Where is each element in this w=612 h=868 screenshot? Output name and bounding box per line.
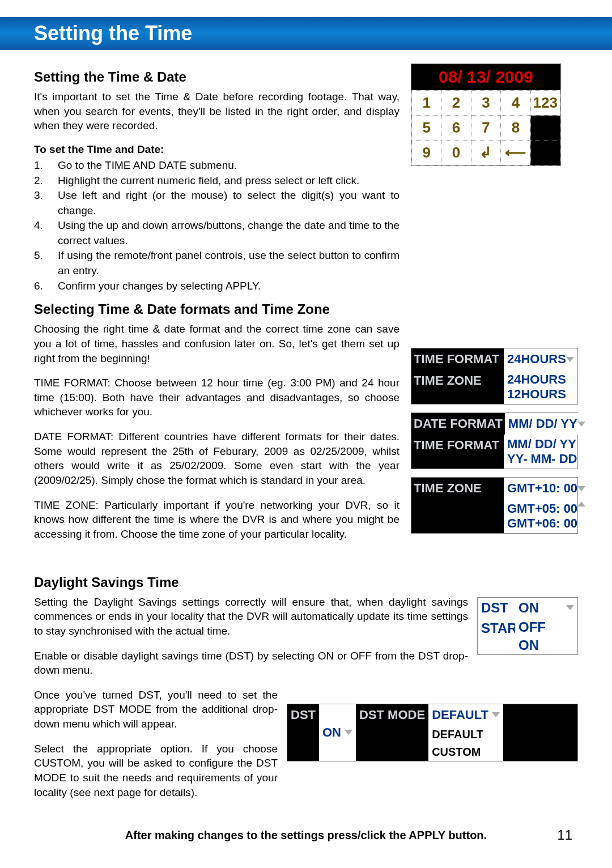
step-item: If using the remote/front panel controls… [58, 248, 400, 278]
chevron-down-icon [345, 730, 352, 735]
menu-options: GMT+05: 00 GMT+06: 00 [504, 499, 577, 533]
chevron-down-icon [492, 712, 500, 717]
step-item: Highlight the current numeric field, and… [58, 173, 359, 189]
menu-option: DEFAULT [428, 726, 503, 743]
keypad-key: 6 [441, 116, 471, 141]
menu-label: DST MODE [356, 704, 428, 761]
body-paragraph: Setting the Daylight Savings settings co… [34, 595, 468, 639]
menu-label: TIME FORMAT [411, 435, 504, 469]
menu-value: ON [319, 704, 356, 761]
keypad-key: 3 [471, 91, 500, 116]
body-paragraph: TIME ZONE: Particularly important if you… [34, 498, 400, 542]
body-paragraph: Enable or disable daylight savings time … [34, 649, 468, 678]
menu-label: DST [478, 598, 515, 618]
menu-option: YY- MM- DD [507, 452, 574, 466]
keypad-blank [530, 141, 560, 165]
chevron-down-icon [566, 357, 574, 362]
chevron-down-icon [577, 422, 585, 427]
keypad-figure: 08/ 13/ 2009 1 2 3 4 123 5 6 7 8 [411, 63, 561, 166]
menu-label: DST [287, 704, 319, 761]
keypad-blank [530, 116, 560, 141]
keypad-key: 0 [441, 141, 471, 165]
menu-options: MM/ DD/ YY YY- MM- DD [504, 435, 577, 469]
menu-value: ON [515, 598, 577, 618]
menu-option: MM/ DD/ YY [507, 437, 574, 452]
keypad-key: 9 [412, 141, 441, 165]
page-title: Setting the Time [34, 22, 578, 45]
body-paragraph: Once you've turned DST, you'll need to s… [34, 688, 278, 731]
heading-formats-timezone: Selecting Time & Date formats and Time Z… [34, 301, 578, 317]
heading-setting-time-date: Setting the Time & Date [34, 69, 400, 85]
backspace-icon: ⟵ [501, 141, 530, 165]
menu-label: STAR [478, 618, 515, 654]
time-format-menu-figure: TIME FORMAT 24HOURS TIME ZONE 24HOURS 12… [411, 348, 578, 405]
keypad-key: 1 [412, 91, 441, 116]
heading-dst: Daylight Savings Time [34, 575, 578, 590]
timezone-menu-figure: TIME ZONE GMT+10: 00 GMT+05: 00 GMT+06: … [411, 477, 578, 534]
keypad-key: 2 [441, 91, 471, 116]
menu-value: DEFAULT [428, 704, 503, 726]
chevron-up-icon [577, 501, 585, 507]
keypad-key: 5 [412, 116, 441, 141]
dst-mode-menu-figure: DST ON DST MODE DEFAULT DEFAULT CUSTOM [287, 704, 578, 761]
menu-label: TIME ZONE [411, 370, 504, 404]
keypad-key: 8 [501, 116, 530, 141]
menu-option: GMT+06: 00 [507, 516, 574, 531]
step-item: Go to the TIME AND DATE submenu. [58, 158, 237, 173]
body-paragraph: Choosing the right time & date format an… [34, 322, 400, 365]
menu-value: GMT+10: 00 [504, 478, 577, 499]
subheading-to-set: To set the Time and Date: [34, 143, 400, 156]
body-paragraph: DATE FORMAT: Different countries have di… [34, 429, 400, 488]
keypad-multi: 123 [530, 91, 560, 116]
enter-icon: ↲ [471, 141, 500, 165]
menu-option: 12HOURS [507, 387, 574, 402]
menu-option: GMT+05: 00 [507, 501, 574, 516]
intro-paragraph: It's important to set the Time & Date be… [34, 90, 400, 133]
footer-note: After making changes to the settings pre… [0, 829, 612, 842]
menu-label: TIME FORMAT [411, 348, 504, 370]
menu-option: OFF [515, 618, 577, 636]
chevron-down-icon [566, 605, 574, 610]
keypad-key: 7 [471, 116, 500, 141]
menu-value: MM/ DD/ YY [505, 413, 579, 435]
body-paragraph: Select the appropriate option. If you ch… [34, 742, 278, 800]
banner: Setting the Time [0, 17, 612, 50]
page-number: 11 [557, 827, 572, 843]
menu-options: 24HOURS 12HOURS [504, 370, 577, 404]
menu-label: DATE FORMAT [411, 413, 505, 435]
menu-blank [411, 499, 504, 533]
step-item: Using the up and down arrows/buttons, ch… [58, 218, 400, 248]
menu-value: 24HOURS [504, 348, 577, 370]
keypad-key: 4 [501, 91, 530, 116]
menu-option: 24HOURS [507, 372, 574, 387]
menu-option: CUSTOM [428, 743, 503, 761]
steps-list: Go to the TIME AND DATE submenu. Highlig… [34, 158, 400, 293]
keypad-date: 08/ 13/ 2009 [411, 64, 560, 90]
step-item: Use left and right (or the mouse) to sel… [58, 188, 400, 218]
date-format-menu-figure: DATE FORMAT MM/ DD/ YY TIME FORMAT MM/ D… [411, 412, 578, 469]
body-paragraph: TIME FORMAT: Choose between 12 hour time… [34, 376, 400, 419]
chevron-down-icon [577, 486, 585, 491]
menu-label: TIME ZONE [411, 478, 504, 499]
dst-menu-figure: DST ON STAR OFF ON [477, 597, 578, 655]
menu-option: ON [515, 636, 577, 654]
step-item: Confirm your changes by selecting APPLY. [58, 279, 261, 294]
